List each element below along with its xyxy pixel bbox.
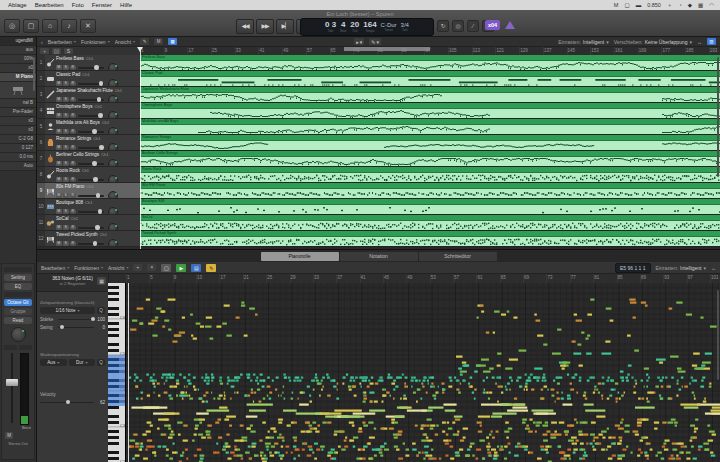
lcd-field-tempo-3[interactable]: 164Tempo	[363, 21, 376, 33]
track-lane-mathilda-uns-alt-boys[interactable]: Mathilda uns Alt Boys	[140, 119, 720, 135]
tab-notation[interactable]: Notation	[340, 252, 418, 261]
solo-button[interactable]: S	[63, 129, 69, 134]
volume-slider[interactable]	[78, 131, 104, 133]
mute-button[interactable]: M	[56, 225, 62, 230]
midi-region-berliner-cello-strings[interactable]: Berliner Cello Strings	[140, 151, 720, 166]
track-param-5[interactable]: 0 127	[0, 144, 36, 153]
solo-button[interactable]: S	[63, 81, 69, 86]
swap-icon[interactable]: ↔	[697, 39, 702, 45]
pan-knob[interactable]	[108, 191, 118, 199]
track-header-berliner-cello-strings[interactable]: 7Berliner Cello StringsCh1MSR	[37, 151, 140, 167]
track-header-socal[interactable]: 11SoCalCh1MSR	[37, 215, 140, 231]
track-lane-roots-rock[interactable]: Roots Rock	[140, 167, 720, 183]
control-icon-1[interactable]: ▢	[23, 19, 39, 33]
record-enable-button[interactable]: R	[70, 65, 76, 70]
menu-fenster[interactable]: Fenster	[92, 2, 112, 8]
channel-input-slot[interactable]	[4, 267, 32, 272]
arrange-menu-bearbeiten[interactable]: Bearbeiten▾	[48, 39, 76, 45]
pencil-tool-icon[interactable]: ✎	[140, 38, 149, 45]
region-param-0[interactable]: aus	[0, 46, 36, 55]
scale-mode-select[interactable]: Aus▾	[40, 359, 67, 366]
cycle-band[interactable]	[344, 47, 430, 51]
track-header-classic-pad[interactable]: 2Classic PadCh1MSR	[37, 71, 140, 87]
track-header-roots-rock[interactable]: 8Roots RockCh1MSR	[37, 167, 140, 183]
volume-slider[interactable]	[78, 67, 104, 69]
editor-menu-bearbeiten[interactable]: Bearbeiten▾	[41, 265, 69, 271]
volume-slider[interactable]	[78, 99, 104, 101]
lcd-field-tonart-4[interactable]: C-DurTonart	[381, 22, 397, 32]
status-item-[interactable]: ▦	[698, 2, 703, 8]
channel-midi-fx-slot[interactable]	[4, 292, 32, 297]
forward-button[interactable]: ▶▶	[256, 19, 274, 34]
catch-playhead-icon[interactable]: ▦	[168, 38, 177, 45]
solo-button[interactable]: S	[63, 177, 69, 182]
status-item-[interactable]: ◔	[678, 2, 681, 8]
drag-mode-select[interactable]: Verschieben:Keine Überlappung▾	[614, 39, 692, 45]
snap-select[interactable]: Einrasten:Intelligent▾	[558, 39, 608, 45]
playhead-marker[interactable]	[137, 47, 143, 52]
midi-region-80s-fm-piano[interactable]: 80s FM Piano	[140, 183, 720, 198]
volume-slider[interactable]	[78, 163, 104, 165]
volume-slider[interactable]	[78, 147, 104, 149]
lcd-field-takt-5[interactable]: 3/4Takt	[401, 22, 409, 32]
record-enable-button[interactable]: R	[70, 145, 76, 150]
mute-button[interactable]: M	[56, 129, 62, 134]
status-item-[interactable]: ＋	[667, 2, 673, 9]
zoom-toggle-button[interactable]: ▥	[707, 38, 716, 45]
region-param-2[interactable]: x0	[0, 64, 36, 73]
volume-slider[interactable]	[78, 211, 104, 213]
track-param-4[interactable]: C-2 G8	[0, 135, 36, 144]
mute-button[interactable]: M	[56, 209, 62, 214]
solo-button[interactable]: S	[63, 209, 69, 214]
track-header-romance-strings[interactable]: 6Romance StringsCh1MSR	[37, 135, 140, 151]
track-lane-tweed-picked-synth[interactable]: Tweed Picked Synth	[140, 231, 720, 247]
record-enable-button[interactable]: R	[70, 113, 76, 118]
piano-roll-note-grid[interactable]	[126, 283, 720, 462]
volume-slider[interactable]	[78, 83, 104, 85]
status-item-[interactable]: ▬	[636, 2, 642, 8]
midi-region-roots-rock[interactable]: Roots Rock	[140, 167, 720, 182]
count-in-badge[interactable]: x04	[485, 20, 500, 30]
pan-knob[interactable]	[108, 175, 118, 183]
quantize-apply-button[interactable]: Q	[97, 307, 105, 314]
track-param-6[interactable]: 0,0 ms	[0, 153, 36, 162]
track-header-tweed-picked-synth[interactable]: 12Tweed Picked SynthCh1MSR	[37, 231, 140, 247]
control-icon-4[interactable]: ✕	[80, 19, 96, 33]
track-param-2[interactable]: x0	[0, 117, 36, 126]
pan-knob[interactable]	[108, 63, 118, 71]
pan-knob[interactable]	[108, 159, 118, 167]
editor-scrollbar[interactable]	[717, 290, 719, 380]
status-item-[interactable]: ◆	[688, 2, 692, 8]
keyboard-icon[interactable]: ▦	[97, 277, 106, 285]
mute-button[interactable]: M	[56, 97, 62, 102]
status-item-[interactable]: ◠	[709, 2, 714, 8]
solo-button[interactable]: S	[63, 161, 69, 166]
midi-region-japanese-shakuhachi-flute[interactable]: Japanese Shakuhachi Flute	[140, 87, 720, 102]
track-header-omnisphere-boys[interactable]: 4Omnisphere BoysCh1MSR	[37, 103, 140, 119]
instrument-plugin-slot[interactable]: Octave Git	[4, 299, 32, 306]
midi-region-boutique-808[interactable]: Boutique 808	[140, 199, 720, 214]
midi-region-mathilda-uns-alt-boys[interactable]: Mathilda uns Alt Boys	[140, 119, 720, 134]
volume-slider[interactable]	[78, 243, 104, 245]
scale-apply-button[interactable]: Q	[97, 359, 105, 366]
track-param-7[interactable]: Auto	[0, 162, 36, 171]
metronome-icon[interactable]: ◎	[452, 20, 464, 32]
solo-off-button[interactable]: S	[64, 48, 73, 54]
lcd-field-takt-0[interactable]: 0 3Takt	[325, 21, 336, 33]
cycle-icon[interactable]: ↻	[437, 20, 449, 32]
track-lane-berliner-cello-strings[interactable]: Berliner Cello Strings	[140, 151, 720, 167]
track-lane-omnisphere-boys[interactable]: Omnisphere Boys	[140, 103, 720, 119]
track-lane-80s-fm-piano[interactable]: 80s FM Piano	[140, 183, 720, 199]
velocity-slider[interactable]: 62	[40, 400, 105, 405]
lcd-display[interactable]: 0 3Takt4Beat20Tick164TempoC-DurTonart3/4…	[300, 18, 434, 36]
track-param-0[interactable]: nal B	[0, 99, 36, 108]
play-from-selection-icon[interactable]: ▶	[176, 264, 186, 272]
pan-knob[interactable]	[108, 79, 118, 87]
track-lane-romance-strings[interactable]: Romance Strings	[140, 135, 720, 151]
pan-knob[interactable]	[108, 111, 118, 119]
region-param-1[interactable]: 00%	[0, 55, 36, 64]
swing-slider[interactable]: Swing 0	[40, 325, 105, 330]
mute-button[interactable]: M	[56, 81, 62, 86]
automation-mode-button[interactable]: Read	[4, 317, 32, 324]
record-enable-button[interactable]: R	[70, 97, 76, 102]
